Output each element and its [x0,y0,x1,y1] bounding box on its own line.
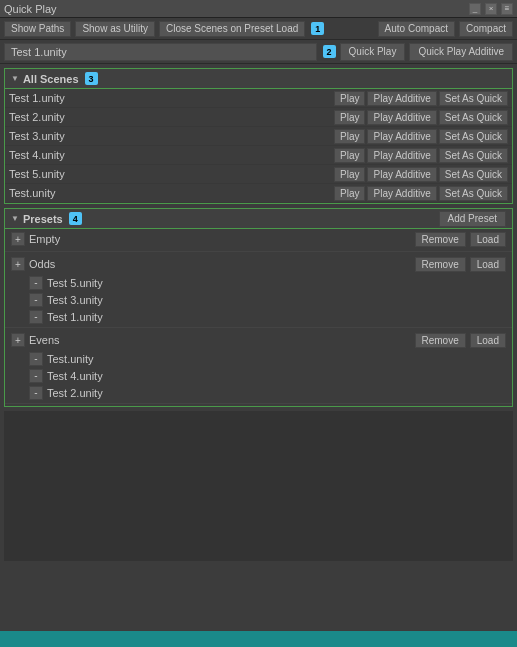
scene-name: Test 4.unity [9,149,332,161]
play-button[interactable]: Play [334,91,365,106]
active-scene-name: Test 1.unity [4,43,317,61]
play-additive-button[interactable]: Play Additive [367,167,436,182]
scene-name: Test.unity [9,187,332,199]
label-4: 4 [69,212,82,225]
bottom-area [4,411,513,561]
preset-group-header: + Empty Remove Load [5,229,512,249]
presets-header: ▼ Presets 4 Add Preset [5,209,512,229]
list-item: - Test 4.unity [5,367,512,384]
presets-title: Presets [23,213,63,225]
load-preset-button[interactable]: Load [470,333,506,348]
play-button[interactable]: Play [334,186,365,201]
play-button[interactable]: Play [334,129,365,144]
list-item: - Test 3.unity [5,291,512,308]
remove-scene-button[interactable]: - [29,310,43,324]
preset-group: + Empty Remove Load [5,229,512,252]
list-item: - Test 5.unity [5,274,512,291]
remove-scene-button[interactable]: - [29,369,43,383]
table-row: Test 5.unity Play Play Additive Set As Q… [5,165,512,184]
play-button[interactable]: Play [334,167,365,182]
active-scene-bar: Test 1.unity 2 Quick Play Quick Play Add… [0,40,517,64]
compact-button[interactable]: Compact [459,21,513,37]
preset-scene-name: Test 1.unity [47,311,103,323]
preset-groups-container: + Empty Remove Load + Odds Remove Load -… [5,229,512,404]
table-row: Test 3.unity Play Play Additive Set As Q… [5,127,512,146]
quick-play-button[interactable]: Quick Play [340,43,406,61]
play-additive-button[interactable]: Play Additive [367,186,436,201]
toolbar: Show Paths Show as Utility Close Scenes … [0,18,517,40]
list-item: - Test 1.unity [5,308,512,325]
preset-group: + Evens Remove Load - Test.unity - Test … [5,330,512,404]
label-2: 2 [323,45,336,58]
status-bar [0,631,517,647]
scene-name: Test 5.unity [9,168,332,180]
label-3: 3 [85,72,98,85]
close-button[interactable]: × [485,3,497,15]
preset-scene-name: Test 3.unity [47,294,103,306]
preset-group-name: Evens [29,334,411,346]
list-item: - Test.unity [5,350,512,367]
set-as-quick-button[interactable]: Set As Quick [439,167,508,182]
title-bar: Quick Play _ × ≡ [0,0,517,18]
preset-group-name: Empty [29,233,411,245]
scenes-table: Test 1.unity Play Play Additive Set As Q… [5,89,512,203]
close-scenes-button[interactable]: Close Scenes on Preset Load [159,21,305,37]
label-1: 1 [311,22,324,35]
preset-group-header: + Evens Remove Load [5,330,512,350]
set-as-quick-button[interactable]: Set As Quick [439,129,508,144]
table-row: Test.unity Play Play Additive Set As Qui… [5,184,512,203]
auto-compact-button[interactable]: Auto Compact [378,21,455,37]
play-additive-button[interactable]: Play Additive [367,129,436,144]
scene-name: Test 3.unity [9,130,332,142]
scene-name: Test 1.unity [9,92,332,104]
show-as-utility-button[interactable]: Show as Utility [75,21,155,37]
remove-scene-button[interactable]: - [29,276,43,290]
window-title: Quick Play [4,3,57,15]
preset-group: + Odds Remove Load - Test 5.unity - Test… [5,254,512,328]
menu-button[interactable]: ≡ [501,3,513,15]
load-preset-button[interactable]: Load [470,257,506,272]
remove-preset-button[interactable]: Remove [415,333,466,348]
list-item: - Test 2.unity [5,384,512,401]
all-scenes-section: ▼ All Scenes 3 Test 1.unity Play Play Ad… [4,68,513,204]
preset-group-header: + Odds Remove Load [5,254,512,274]
set-as-quick-button[interactable]: Set As Quick [439,148,508,163]
all-scenes-triangle: ▼ [11,74,19,83]
set-as-quick-button[interactable]: Set As Quick [439,91,508,106]
table-row: Test 1.unity Play Play Additive Set As Q… [5,89,512,108]
remove-scene-button[interactable]: - [29,386,43,400]
scene-name: Test 2.unity [9,111,332,123]
show-paths-button[interactable]: Show Paths [4,21,71,37]
preset-expand-button[interactable]: + [11,232,25,246]
table-row: Test 4.unity Play Play Additive Set As Q… [5,146,512,165]
all-scenes-title: All Scenes [23,73,79,85]
remove-preset-button[interactable]: Remove [415,257,466,272]
load-preset-button[interactable]: Load [470,232,506,247]
preset-scene-name: Test 5.unity [47,277,103,289]
set-as-quick-button[interactable]: Set As Quick [439,186,508,201]
presets-triangle: ▼ [11,214,19,223]
add-preset-button[interactable]: Add Preset [439,211,506,227]
preset-scene-name: Test 2.unity [47,387,103,399]
play-additive-button[interactable]: Play Additive [367,148,436,163]
quick-play-additive-button[interactable]: Quick Play Additive [409,43,513,61]
preset-group-name: Odds [29,258,411,270]
play-additive-button[interactable]: Play Additive [367,91,436,106]
play-button[interactable]: Play [334,110,365,125]
play-button[interactable]: Play [334,148,365,163]
all-scenes-header: ▼ All Scenes 3 [5,69,512,89]
preset-expand-button[interactable]: + [11,257,25,271]
preset-scene-name: Test.unity [47,353,93,365]
remove-scene-button[interactable]: - [29,293,43,307]
preset-expand-button[interactable]: + [11,333,25,347]
set-as-quick-button[interactable]: Set As Quick [439,110,508,125]
remove-preset-button[interactable]: Remove [415,232,466,247]
presets-section: ▼ Presets 4 Add Preset + Empty Remove Lo… [4,208,513,407]
preset-scene-name: Test 4.unity [47,370,103,382]
minimize-button[interactable]: _ [469,3,481,15]
play-additive-button[interactable]: Play Additive [367,110,436,125]
table-row: Test 2.unity Play Play Additive Set As Q… [5,108,512,127]
remove-scene-button[interactable]: - [29,352,43,366]
title-bar-controls: _ × ≡ [469,3,513,15]
